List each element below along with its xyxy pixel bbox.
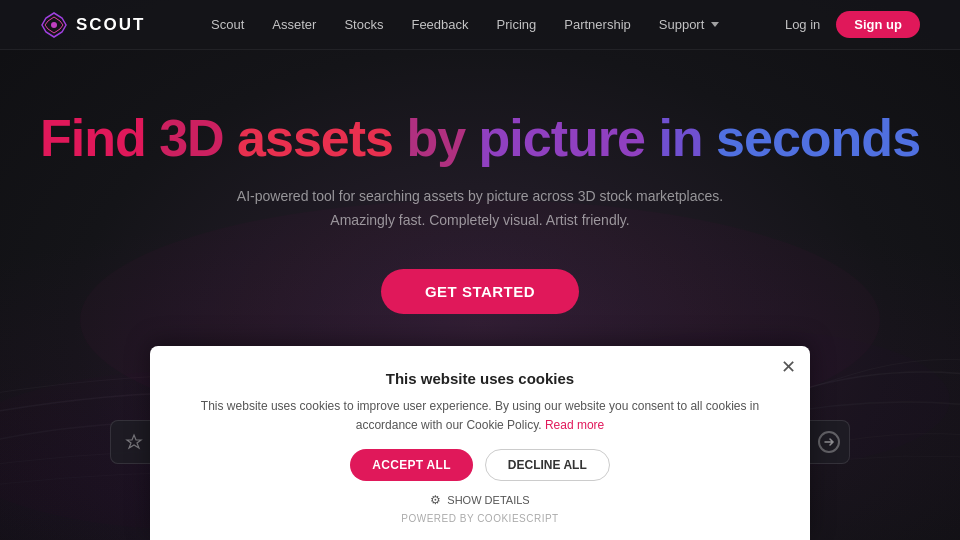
title-word-find: Find: [40, 109, 146, 167]
login-button[interactable]: Log in: [785, 17, 820, 32]
title-word-assets: assets: [237, 109, 393, 167]
cookie-title: This website uses cookies: [180, 370, 780, 387]
logo-icon: [40, 11, 68, 39]
category-icon: [125, 433, 143, 451]
hero-subtitle: AI-powered tool for searching assets by …: [0, 185, 960, 233]
show-details-label: SHOW DETAILS: [447, 494, 529, 506]
nav-links: Scout Asseter Stocks Feedback Pricing Pa…: [211, 17, 719, 32]
signup-button[interactable]: Sign up: [836, 11, 920, 38]
arrow-right-icon: [823, 436, 835, 448]
support-dropdown-icon: [711, 22, 719, 27]
get-started-button[interactable]: GET STARTED: [381, 269, 579, 314]
cookie-banner: ✕ This website uses cookies This website…: [150, 346, 810, 540]
cookie-body: This website uses cookies to improve use…: [180, 397, 780, 435]
accept-all-button[interactable]: ACCEPT ALL: [350, 449, 473, 481]
logo-text: SCOUT: [76, 15, 146, 35]
svg-point-5: [51, 22, 57, 28]
decline-all-button[interactable]: DECLINE ALL: [485, 449, 610, 481]
nav-link-scout[interactable]: Scout: [211, 17, 244, 32]
cookie-close-button[interactable]: ✕: [781, 358, 796, 376]
title-word-picture: picture: [479, 109, 645, 167]
nav-link-partnership[interactable]: Partnership: [564, 17, 630, 32]
title-word-in: in: [658, 109, 702, 167]
read-more-link[interactable]: Read more: [545, 418, 604, 432]
title-word-3d: 3D: [159, 109, 223, 167]
search-go-icon: [818, 431, 840, 453]
nav-link-asseter[interactable]: Asseter: [272, 17, 316, 32]
cookie-powered-text: POWERED BY COOKIESCRIPT: [180, 513, 780, 524]
nav-link-support[interactable]: Support: [659, 17, 720, 32]
hero-title: Find 3D assets by picture in seconds: [0, 110, 960, 167]
nav-link-feedback[interactable]: Feedback: [411, 17, 468, 32]
title-word-seconds: seconds: [716, 109, 920, 167]
nav-link-stocks[interactable]: Stocks: [344, 17, 383, 32]
gear-icon: ⚙: [430, 493, 441, 507]
navbar: SCOUT Scout Asseter Stocks Feedback Pric…: [0, 0, 960, 50]
search-submit-button[interactable]: [807, 421, 849, 463]
title-word-by: by: [406, 109, 465, 167]
nav-link-pricing[interactable]: Pricing: [497, 17, 537, 32]
logo[interactable]: SCOUT: [40, 11, 146, 39]
show-details-row[interactable]: ⚙ SHOW DETAILS: [180, 493, 780, 507]
nav-actions: Log in Sign up: [785, 11, 920, 38]
hero-section: Find 3D assets by picture in seconds AI-…: [0, 50, 960, 314]
cookie-actions: ACCEPT ALL DECLINE ALL: [180, 449, 780, 481]
